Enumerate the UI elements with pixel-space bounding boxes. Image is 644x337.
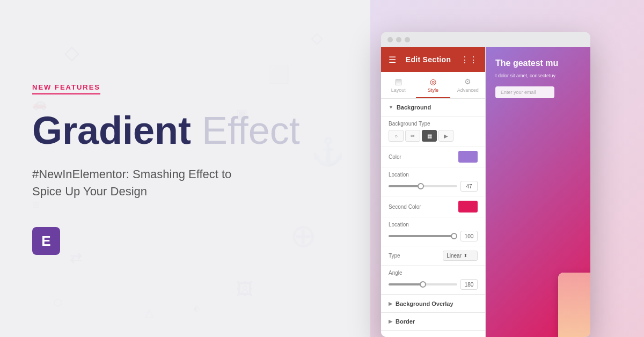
second-location-track[interactable]: [389, 235, 457, 237]
browser-titlebar: [381, 32, 590, 47]
angle-fill: [389, 283, 423, 285]
section-arrow: ▼: [389, 105, 393, 110]
color-swatch-purple[interactable]: [458, 151, 478, 163]
overlay-arrow: ▶: [389, 301, 392, 306]
bg-type-label: Background Type: [389, 121, 478, 127]
location-value[interactable]: 47: [460, 181, 478, 192]
browser-content: ☰ Edit Section ⋮⋮ ▤ Layout ◎ Style ⚙: [381, 47, 590, 337]
overlay-label: Background Overlay: [396, 301, 453, 307]
second-color-field: Second Color: [381, 196, 485, 217]
color-field: Color: [381, 146, 485, 167]
angle-value[interactable]: 180: [460, 279, 478, 290]
elementor-logo: E: [32, 227, 60, 255]
type-select[interactable]: Linear ⬍: [443, 251, 478, 261]
preview-area: The geatest mu t dolor sit amet, consect…: [486, 47, 590, 337]
location-label: Location: [389, 172, 478, 178]
right-panel: ☰ Edit Section ⋮⋮ ▤ Layout ◎ Style ⚙: [370, 0, 644, 337]
location-field: Location 47: [381, 167, 485, 196]
panel-tabs: ▤ Layout ◎ Style ⚙ Advanced: [381, 72, 485, 99]
bg-type-buttons: ○ ✏ ▦ ▶: [389, 130, 478, 142]
angle-track[interactable]: [389, 283, 457, 285]
layout-icon: ▤: [395, 77, 402, 86]
border-section[interactable]: ▶ Border: [381, 312, 485, 330]
style-icon: ◎: [430, 77, 436, 86]
background-label: Background: [397, 104, 431, 111]
preview-content: The geatest mu t dolor sit amet, consect…: [486, 47, 590, 109]
bg-btn-video[interactable]: ▶: [438, 130, 453, 142]
second-color-label: Second Color: [389, 204, 421, 210]
type-value: Linear: [447, 253, 462, 259]
tab-style-label: Style: [428, 87, 438, 93]
browser-window: ☰ Edit Section ⋮⋮ ▤ Layout ◎ Style ⚙: [381, 32, 590, 337]
type-select-arrow: ⬍: [464, 253, 467, 258]
bg-btn-gradient[interactable]: ▦: [422, 130, 437, 142]
tab-layout[interactable]: ▤ Layout: [381, 72, 416, 98]
title-effect: Effect: [202, 109, 300, 152]
location-slider: 47: [389, 181, 478, 192]
angle-slider: 180: [389, 279, 478, 290]
color-swatch-pink[interactable]: [458, 201, 478, 213]
tab-style[interactable]: ◎ Style: [416, 72, 451, 98]
bg-btn-none[interactable]: ○: [389, 130, 404, 142]
angle-field: Angle 180: [381, 266, 485, 295]
second-location-value[interactable]: 100: [460, 231, 478, 241]
title-main: Gradient: [32, 109, 202, 152]
type-field: Type Linear ⬍: [381, 246, 485, 266]
subtitle: #NewInElementor: Smashing Effect to Spic…: [32, 166, 258, 200]
location-thumb[interactable]: [418, 183, 424, 189]
second-location-fill: [389, 235, 457, 237]
typography-section[interactable]: ▶ Typography: [381, 330, 485, 337]
left-panel: NEW FEATURES Gradient Effect #NewInEleme…: [0, 0, 370, 337]
panel-title: Edit Section: [406, 55, 451, 64]
preview-subtitle: t dolor sit amet, consectetuy: [495, 72, 581, 79]
type-label: Type: [389, 253, 400, 259]
background-section-header[interactable]: ▼ Background: [381, 99, 485, 116]
elementor-logo-letter: E: [41, 233, 50, 250]
panel-header: ☰ Edit Section ⋮⋮: [381, 47, 485, 72]
bg-overlay-section[interactable]: ▶ Background Overlay: [381, 295, 485, 312]
main-title: Gradient Effect: [32, 111, 338, 151]
hamburger-icon[interactable]: ☰: [389, 55, 396, 65]
phone-screen: [558, 273, 590, 337]
new-features-badge: NEW FEATURES: [32, 82, 338, 111]
second-location-slider: 100: [389, 231, 478, 241]
second-location-field: Location 100: [381, 217, 485, 246]
advanced-icon: ⚙: [464, 77, 471, 86]
second-location-thumb[interactable]: [451, 233, 457, 239]
browser-dot-red: [387, 37, 393, 42]
angle-thumb[interactable]: [420, 281, 426, 288]
tab-layout-label: Layout: [391, 87, 406, 93]
badge-label: NEW FEATURES: [32, 83, 100, 94]
bg-btn-color[interactable]: ✏: [405, 130, 420, 142]
tab-advanced[interactable]: ⚙ Advanced: [450, 72, 485, 98]
location-track[interactable]: [389, 185, 457, 187]
panel-sidebar: ☰ Edit Section ⋮⋮ ▤ Layout ◎ Style ⚙: [381, 47, 486, 337]
tab-advanced-label: Advanced: [457, 87, 479, 93]
angle-label: Angle: [389, 270, 478, 276]
preview-title: The geatest mu: [495, 58, 581, 69]
border-label: Border: [396, 318, 415, 325]
second-location-label: Location: [389, 222, 478, 228]
preview-phone: [558, 273, 590, 337]
location-fill: [389, 185, 421, 187]
preview-email-input[interactable]: Enter your email: [495, 86, 554, 98]
color-label: Color: [389, 154, 401, 160]
browser-dot-green: [405, 37, 410, 42]
background-type-field: Background Type ○ ✏ ▦ ▶: [381, 116, 485, 146]
browser-dot-yellow: [396, 37, 401, 42]
grid-icon[interactable]: ⋮⋮: [460, 55, 478, 65]
border-arrow: ▶: [389, 319, 392, 324]
